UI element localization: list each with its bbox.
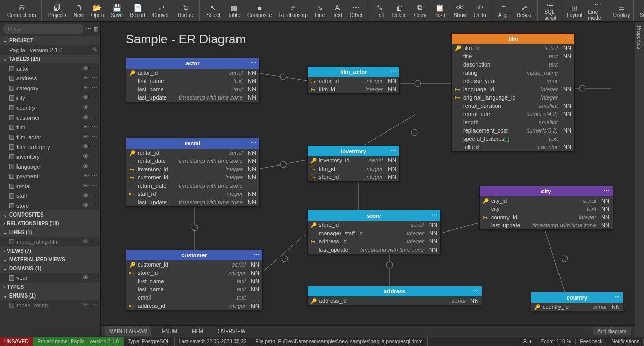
more-icon[interactable]: ⋯ xyxy=(92,163,97,170)
tree-item-inventory[interactable]: inventory👁⋯ xyxy=(0,152,100,161)
column-language_id[interactable]: 🗝language_idintegerNN xyxy=(452,85,574,93)
add-diagram-button[interactable]: Add diagram xyxy=(593,327,631,335)
layout-button[interactable]: ⊞Layout xyxy=(565,1,584,21)
tree-hdr-lines[interactable]: ⌄ LINES (1) xyxy=(0,228,100,237)
more-icon[interactable]: ⋯ xyxy=(250,60,256,67)
more-icon[interactable]: ⋯ xyxy=(86,26,91,32)
tab-main-diagram[interactable]: MAIN DIAGRAM xyxy=(105,326,151,336)
tree-item-category[interactable]: category👁⋯ xyxy=(0,83,100,93)
column-rating[interactable]: ratingmpaa_rating xyxy=(452,69,574,77)
more-icon[interactable]: ⋯ xyxy=(92,75,97,81)
column-rental_rate[interactable]: rental_ratenumeric(4,2)NN xyxy=(452,110,574,118)
more-icon[interactable]: ⋯ xyxy=(92,153,97,160)
more-icon[interactable]: ⋯ xyxy=(566,35,571,42)
column-last_update[interactable]: last_updatetimestamp with time zoneNN xyxy=(126,93,259,102)
tab-film[interactable]: FILM xyxy=(188,326,208,336)
column-last_name[interactable]: last_nametextNN xyxy=(126,85,259,93)
column-description[interactable]: descriptiontext xyxy=(452,60,574,69)
more-icon[interactable]: ⋯ xyxy=(92,85,97,91)
column-first_name[interactable]: first_nametextNN xyxy=(126,77,259,85)
more-icon[interactable]: ⋯ xyxy=(92,124,97,130)
composite-button[interactable]: ▣Composite xyxy=(244,1,275,21)
column-rental_date[interactable]: rental_datetimestamp with time zoneNN xyxy=(126,157,259,165)
settings-button[interactable]: ⚙Settings xyxy=(637,1,644,21)
more-icon[interactable]: ⋯ xyxy=(92,173,97,179)
column-country_id[interactable]: 🔑country_idserialNN xyxy=(531,303,623,311)
tree-item-customer[interactable]: customer👁⋯ xyxy=(0,112,100,122)
table-header-city[interactable]: city⋯ xyxy=(480,186,613,196)
edit-icon[interactable]: ✎ xyxy=(93,46,97,53)
eye-icon[interactable]: 👁 xyxy=(83,173,89,179)
tree-item-domain-year[interactable]: year👁⋯ xyxy=(0,273,100,283)
align-button[interactable]: ≡Align xyxy=(495,1,513,21)
column-actor_id[interactable]: 🔑actor_idserialNN xyxy=(126,69,259,77)
more-icon[interactable]: ⋯ xyxy=(92,104,97,111)
table-city[interactable]: city⋯🔑city_idserialNNcitytextNN🗝country_… xyxy=(479,186,613,230)
more-icon[interactable]: ⋯ xyxy=(92,134,97,140)
more-icon[interactable]: ⋯ xyxy=(92,94,97,101)
tree-hdr-project[interactable]: ⌄ PROJECT xyxy=(0,36,100,45)
column-rental_id[interactable]: 🔑rental_idserialNN xyxy=(126,149,259,157)
linemode-button[interactable]: ⋯Line mode xyxy=(585,1,610,21)
column-release_year[interactable]: release_yearyear xyxy=(452,77,574,85)
report-button[interactable]: 📄Report xyxy=(127,1,148,21)
column-inventory_id[interactable]: 🔑inventory_idserialNN xyxy=(308,156,399,164)
status-notifications[interactable]: Notifications xyxy=(607,339,644,344)
table-button[interactable]: ▦Table xyxy=(225,1,243,21)
column-length[interactable]: lengthsmallint xyxy=(452,118,574,126)
more-icon[interactable]: ⋯ xyxy=(92,274,97,281)
column-last_update[interactable]: last_updatetimestamp with time zoneNN xyxy=(480,221,613,229)
eye-icon[interactable]: 👁 xyxy=(83,104,89,111)
more-icon[interactable]: ⋯ xyxy=(473,288,479,294)
tree-item-film[interactable]: film👁⋯ xyxy=(0,122,100,132)
table-header-customer[interactable]: customer⋯ xyxy=(126,250,262,260)
column-address_id[interactable]: 🗝address_idintegerNN xyxy=(308,237,440,245)
column-last_update[interactable]: last_updatetimestamp with time zoneNN xyxy=(126,198,259,206)
show-button[interactable]: 👁Show xyxy=(451,1,470,21)
more-icon[interactable]: ⋯ xyxy=(614,294,620,301)
tree-hdr-views[interactable]: › VIEWS (7) xyxy=(0,246,100,255)
tree-item-line-mpaa_rating-film[interactable]: mpaa_rating-film👁⋯ xyxy=(0,237,100,246)
table-address[interactable]: address⋯🔑address_idserialNN xyxy=(307,286,482,305)
eye-icon[interactable]: 👁 xyxy=(83,143,89,150)
column-city[interactable]: citytextNN xyxy=(480,205,613,213)
table-film[interactable]: film⋯🔑film_idserialNNtitletextNNdescript… xyxy=(451,33,575,152)
table-header-address[interactable]: address⋯ xyxy=(308,286,482,296)
tree-item-project[interactable]: Pagila - version 2.1.0✎ xyxy=(0,45,100,55)
column-customer_id[interactable]: 🗝customer_idintegerNN xyxy=(126,173,259,182)
undo-button[interactable]: ↶Undo xyxy=(471,1,489,21)
tab-overview[interactable]: OVERVIEW xyxy=(214,326,250,336)
column-address_id[interactable]: 🗝address_idintegerNN xyxy=(126,302,262,310)
eye-icon[interactable]: 👁 xyxy=(83,192,89,199)
select-button[interactable]: ↖Select xyxy=(203,1,224,21)
more-icon[interactable]: ⋯ xyxy=(432,212,437,219)
column-manager_staff_id[interactable]: manager_staff_idintegerNN xyxy=(308,229,440,237)
tree-item-city[interactable]: city👁⋯ xyxy=(0,93,100,103)
table-header-inventory[interactable]: inventory⋯ xyxy=(308,146,399,156)
eye-icon[interactable]: 👁 xyxy=(83,65,89,72)
column-film_id[interactable]: 🔑film_idserialNN xyxy=(452,44,574,52)
copy-button[interactable]: ⧉Copy xyxy=(411,1,429,21)
column-staff_id[interactable]: 🗝staff_idintegerNN xyxy=(126,190,259,198)
status-feedback[interactable]: Feedback xyxy=(576,339,607,344)
column-country_id[interactable]: 🗝country_idintegerNN xyxy=(480,213,613,221)
tree-item-film_actor[interactable]: film_actor👁⋯ xyxy=(0,132,100,142)
column-store_id[interactable]: 🗝store_idintegerNN xyxy=(126,269,262,277)
column-email[interactable]: emailtext xyxy=(126,293,262,302)
column-store_id[interactable]: 🗝store_idintegerNN xyxy=(308,173,399,181)
more-icon[interactable]: ⋯ xyxy=(250,140,256,146)
eye-icon[interactable]: 👁 xyxy=(83,274,89,281)
table-country[interactable]: country⋯🔑country_idserialNN xyxy=(531,292,623,311)
status-icons[interactable]: ⦿ ⊕ xyxy=(518,339,536,344)
eye-icon[interactable]: 👁 xyxy=(83,153,89,160)
table-header-actor[interactable]: actor⋯ xyxy=(126,58,259,69)
column-first_name[interactable]: first_nametextNN xyxy=(126,277,262,285)
column-film_id[interactable]: 🗝film_idintegerNN xyxy=(308,85,399,93)
table-actor[interactable]: actor⋯🔑actor_idserialNNfirst_nametextNNl… xyxy=(126,58,260,102)
eye-icon[interactable]: 👁 xyxy=(83,114,89,121)
tree-hdr-composites[interactable]: ⌄ COMPOSITES xyxy=(0,210,100,219)
column-fulltext[interactable]: fulltexttsvectorNN xyxy=(452,143,574,151)
tree-hdr-enums[interactable]: ⌄ ENUMS (1) xyxy=(0,291,100,300)
sqlscript-button[interactable]: ≔SQL script xyxy=(541,1,560,21)
tree-item-store[interactable]: store👁⋯ xyxy=(0,201,100,210)
